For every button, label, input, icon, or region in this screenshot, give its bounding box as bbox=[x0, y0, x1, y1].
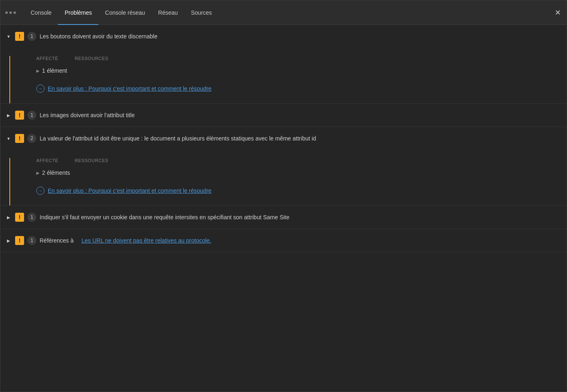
element-count-1[interactable]: ▶ 1 élément bbox=[36, 66, 567, 76]
issue-title-4: Indiquer s'il faut envoyer un cookie dan… bbox=[40, 214, 562, 220]
tab-dots-menu[interactable] bbox=[4, 10, 18, 16]
count-badge-2: 1 bbox=[27, 111, 36, 120]
issue-title-prefix-5: Références à bbox=[40, 237, 73, 244]
tab-console-reseau-label: Console réseau bbox=[105, 9, 145, 16]
tab-console-label: Console bbox=[31, 9, 51, 16]
issue-body-inner-3: AFFECTÉ RESSOURCES ▶ 2 éléments → En sav… bbox=[30, 158, 567, 197]
issue-title-5: Références à Les URL ne doivent pas être… bbox=[40, 237, 562, 244]
count-badge-4: 1 bbox=[27, 213, 36, 222]
tab-reseau[interactable]: Réseau bbox=[151, 0, 184, 25]
element-count-3[interactable]: ▶ 2 éléments bbox=[36, 168, 567, 178]
learn-more-icon-3: → bbox=[36, 187, 44, 195]
chevron-icon-2 bbox=[5, 112, 12, 118]
tab-problemes-label: Problèmes bbox=[64, 9, 92, 16]
count-badge-1: 1 bbox=[27, 32, 36, 41]
issue-title-2: Les images doivent avoir l'attribut titl… bbox=[40, 112, 562, 118]
chevron-icon-1 bbox=[5, 33, 12, 40]
tab-console-reseau[interactable]: Console réseau bbox=[98, 0, 151, 25]
warning-icon-2: ! bbox=[15, 111, 24, 120]
issue-group-1: ! 1 Les boutons doivent avoir du texte d… bbox=[0, 25, 567, 104]
devtools-window: Console Problèmes Console réseau Réseau … bbox=[0, 0, 567, 392]
issues-content: ! 1 Les boutons doivent avoir du texte d… bbox=[0, 25, 567, 392]
issue-body-inner-1: AFFECTÉ RESSOURCES ▶ 1 élément → En savo… bbox=[30, 56, 567, 95]
tab-problemes[interactable]: Problèmes bbox=[58, 0, 98, 25]
issue-body-1: AFFECTÉ RESSOURCES ▶ 1 élément → En savo… bbox=[9, 56, 567, 103]
issue-group-2: ! 1 Les images doivent avoir l'attribut … bbox=[0, 104, 567, 127]
learn-more-text-1: En savoir plus : Pourquoi c'est importan… bbox=[48, 85, 211, 92]
section-labels-1: AFFECTÉ RESSOURCES bbox=[36, 56, 567, 61]
learn-more-text-3: En savoir plus : Pourquoi c'est importan… bbox=[48, 187, 211, 194]
element-count-text-3: 2 éléments bbox=[42, 169, 70, 176]
resources-label-1: RESSOURCES bbox=[75, 56, 109, 61]
issue-header-4[interactable]: ! 1 Indiquer s'il faut envoyer un cookie… bbox=[0, 206, 567, 229]
issue-header-1[interactable]: ! 1 Les boutons doivent avoir du texte d… bbox=[0, 25, 567, 48]
tab-sources-label: Sources bbox=[191, 9, 212, 16]
issue-group-3: ! 2 La valeur de l'attribut id doit être… bbox=[0, 127, 567, 206]
dot-2 bbox=[9, 11, 12, 14]
warning-icon-1: ! bbox=[15, 32, 24, 41]
element-count-text-1: 1 élément bbox=[42, 67, 67, 74]
tab-bar: Console Problèmes Console réseau Réseau … bbox=[0, 0, 567, 25]
issue-group-5: ! 1 Références à Les URL ne doivent pas … bbox=[0, 229, 567, 252]
close-button[interactable]: ✕ bbox=[552, 7, 563, 18]
chevron-icon-4 bbox=[5, 214, 12, 220]
affected-label-1: AFFECTÉ bbox=[36, 56, 58, 61]
section-labels-3: AFFECTÉ RESSOURCES bbox=[36, 158, 567, 163]
learn-more-3[interactable]: → En savoir plus : Pourquoi c'est import… bbox=[36, 184, 567, 197]
resources-label-3: RESSOURCES bbox=[75, 158, 109, 163]
chevron-icon-5 bbox=[5, 237, 12, 244]
warning-icon-4: ! bbox=[15, 213, 24, 222]
warning-icon-5: ! bbox=[15, 236, 24, 245]
count-badge-3: 2 bbox=[27, 134, 36, 143]
dot-1 bbox=[5, 11, 8, 14]
element-count-arrow-1: ▶ bbox=[36, 69, 40, 73]
warning-icon-3: ! bbox=[15, 134, 24, 143]
learn-more-1[interactable]: → En savoir plus : Pourquoi c'est import… bbox=[36, 82, 567, 95]
dot-3 bbox=[13, 11, 16, 14]
tab-sources[interactable]: Sources bbox=[185, 0, 218, 25]
issue-title-1: Les boutons doivent avoir du texte disce… bbox=[40, 33, 562, 40]
affected-label-3: AFFECTÉ bbox=[36, 158, 58, 163]
issue-group-4: ! 1 Indiquer s'il faut envoyer un cookie… bbox=[0, 206, 567, 229]
issue-body-3: AFFECTÉ RESSOURCES ▶ 2 éléments → En sav… bbox=[9, 158, 567, 205]
issue-title-3: La valeur de l'attribut id doit être uni… bbox=[40, 135, 562, 142]
issue-header-2[interactable]: ! 1 Les images doivent avoir l'attribut … bbox=[0, 104, 567, 127]
chevron-icon-3 bbox=[5, 135, 12, 142]
learn-more-icon-1: → bbox=[36, 85, 44, 93]
issue-header-3[interactable]: ! 2 La valeur de l'attribut id doit être… bbox=[0, 127, 567, 150]
tab-console[interactable]: Console bbox=[24, 0, 58, 25]
element-count-arrow-3: ▶ bbox=[36, 171, 40, 175]
tab-reseau-label: Réseau bbox=[158, 9, 178, 16]
count-badge-5: 1 bbox=[27, 236, 36, 245]
issue-title-link-5[interactable]: Les URL ne doivent pas être relatives au… bbox=[82, 237, 211, 244]
issue-header-5[interactable]: ! 1 Références à Les URL ne doivent pas … bbox=[0, 229, 567, 252]
